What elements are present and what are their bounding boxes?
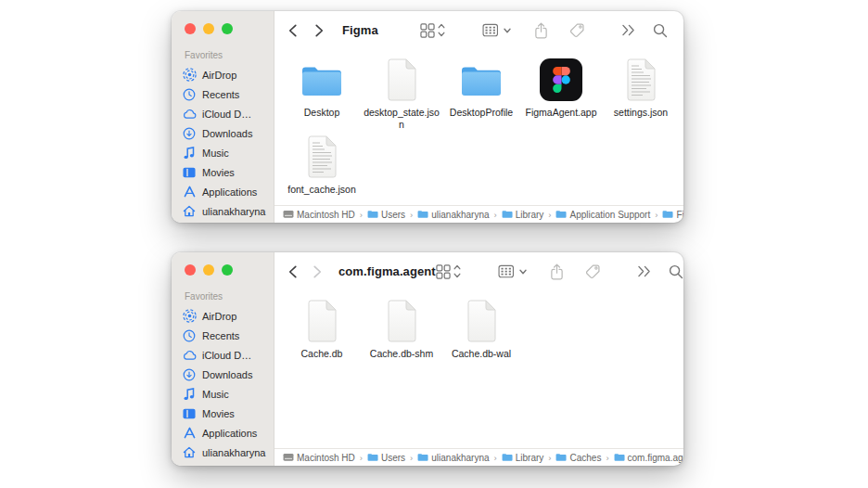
tag-button[interactable] (569, 22, 585, 38)
group-by-button[interactable] (482, 23, 511, 37)
share-button[interactable] (550, 263, 564, 280)
sidebar: Favorites AirDrop Recents iCloud D… Down… (172, 252, 274, 466)
sidebar-item-label: Recents (202, 330, 239, 341)
breadcrumb-item[interactable]: Library (502, 453, 544, 463)
small-folder-icon (502, 453, 513, 462)
back-button[interactable] (287, 265, 298, 278)
breadcrumb-label: ulianakharyna (431, 453, 489, 463)
file-item-settings-json[interactable]: settings.json (601, 56, 681, 131)
more-toolbar-items-button[interactable] (621, 24, 635, 36)
document-icon (441, 297, 521, 345)
minimize-button[interactable] (203, 264, 214, 276)
file-name: Cache.db (282, 345, 362, 360)
breadcrumb-item[interactable]: Caches (555, 453, 601, 463)
zoom-button[interactable] (222, 264, 233, 276)
share-button[interactable] (534, 22, 548, 39)
breadcrumb-item[interactable]: ulianakharyna (417, 453, 489, 463)
forward-button[interactable] (313, 265, 323, 278)
file-item-cache-db-wal[interactable]: Cache.db-wal (441, 297, 521, 360)
file-name: desktop_state.json (362, 104, 441, 131)
breadcrumb-separator: › (493, 453, 498, 463)
view-switcher-button[interactable] (436, 264, 461, 279)
more-toolbar-items-button[interactable] (637, 265, 651, 277)
zoom-button[interactable] (222, 23, 233, 34)
home-icon (182, 204, 197, 219)
minimize-button[interactable] (203, 23, 214, 34)
breadcrumb-separator: › (409, 453, 414, 463)
file-item-figmaagent-app[interactable]: FigmaAgent.app (521, 56, 601, 131)
airdrop-icon (182, 309, 197, 324)
share-icon (550, 263, 564, 280)
breadcrumb-label: Macintosh HD (297, 453, 355, 463)
tag-button[interactable] (585, 263, 601, 279)
breadcrumb-label: com.figma.agent (628, 453, 683, 463)
home-icon (182, 445, 197, 460)
sidebar-item-applications[interactable]: Applications (172, 423, 274, 443)
breadcrumb-item[interactable]: Macintosh HD (283, 453, 355, 463)
breadcrumb-item[interactable]: Library (502, 210, 544, 220)
sidebar-item-label: Music (202, 148, 229, 159)
sidebar-item-recents[interactable]: Recents (172, 84, 274, 104)
chevron-down-icon (504, 28, 511, 33)
file-item-desktopprofile[interactable]: DesktopProfile (441, 56, 521, 131)
file-item-font-cache-json[interactable]: font_cache.json (282, 133, 362, 196)
breadcrumb-label: Users (381, 210, 405, 220)
breadcrumb-item[interactable]: com.figma.agent (614, 453, 683, 463)
hard-drive-icon (283, 453, 294, 462)
breadcrumb-item[interactable]: Users (367, 453, 405, 463)
view-sort-chevrons-icon (438, 23, 445, 37)
breadcrumb-item[interactable]: ulianakharyna (417, 210, 489, 220)
breadcrumb-label: Macintosh HD (297, 210, 355, 220)
view-switcher-button[interactable] (420, 23, 445, 38)
back-button[interactable] (287, 24, 300, 37)
sidebar-item-home[interactable]: ulianakharyna (172, 201, 274, 221)
search-icon (653, 23, 668, 38)
sidebar-item-home[interactable]: ulianakharyna (172, 443, 274, 462)
sidebar-item-movies[interactable]: Movies (172, 162, 274, 182)
group-by-icon (482, 23, 500, 37)
applications-icon (182, 185, 197, 199)
close-button[interactable] (185, 23, 196, 34)
file-item-desktop-state-json[interactable]: desktop_state.json (362, 56, 441, 131)
hard-drive-icon (283, 210, 294, 219)
sidebar-item-movies[interactable]: Movies (172, 404, 274, 423)
sidebar-item-music[interactable]: Music (172, 143, 274, 162)
breadcrumb-item[interactable]: Macintosh HD (283, 210, 355, 220)
forward-button[interactable] (314, 24, 326, 37)
sidebar-item-label: Movies (202, 408, 235, 419)
sidebar-item-recents[interactable]: Recents (172, 326, 274, 345)
sidebar-item-downloads[interactable]: Downloads (172, 123, 274, 143)
breadcrumb-separator: › (359, 453, 364, 463)
breadcrumb-item[interactable]: Users (367, 210, 405, 220)
sidebar-item-label: ulianakharyna (202, 206, 266, 217)
breadcrumb-label: ulianakharyna (431, 210, 489, 220)
sidebar-item-downloads[interactable]: Downloads (172, 365, 274, 384)
close-button[interactable] (185, 264, 196, 276)
breadcrumb-item[interactable]: Figma (662, 210, 683, 220)
breadcrumb-separator: › (409, 210, 414, 220)
sidebar-item-label: Movies (202, 167, 235, 178)
search-button[interactable] (653, 23, 668, 38)
finder-window-figma: Favorites AirDrop Recents iCloud D… Down… (172, 11, 683, 223)
sidebar-item-label: Applications (202, 428, 257, 439)
sidebar-item-music[interactable]: Music (172, 384, 274, 404)
file-name: font_cache.json (282, 181, 362, 196)
tag-icon (585, 263, 601, 279)
folder-icon (441, 56, 521, 104)
breadcrumb-label: Application Support (569, 210, 650, 220)
file-item-desktop[interactable]: Desktop (282, 56, 362, 131)
sidebar-item-label: Downloads (202, 369, 252, 380)
sidebar-item-airdrop[interactable]: AirDrop (172, 65, 274, 84)
file-item-cache-db-shm[interactable]: Cache.db-shm (362, 297, 441, 360)
group-by-button[interactable] (498, 264, 527, 278)
breadcrumb-item[interactable]: Application Support (555, 210, 650, 220)
search-button[interactable] (669, 264, 683, 279)
sidebar-item-applications[interactable]: Applications (172, 182, 274, 201)
path-bar: Macintosh HD › Users › ulianakharyna › L… (274, 205, 683, 223)
sidebar-item-icloud[interactable]: iCloud D… (172, 345, 274, 365)
file-item-cache-db[interactable]: Cache.db (282, 297, 362, 360)
clock-icon (182, 87, 197, 102)
sidebar-item-airdrop[interactable]: AirDrop (172, 306, 274, 326)
sidebar-item-icloud[interactable]: iCloud D… (172, 104, 274, 123)
small-folder-icon (367, 453, 378, 462)
